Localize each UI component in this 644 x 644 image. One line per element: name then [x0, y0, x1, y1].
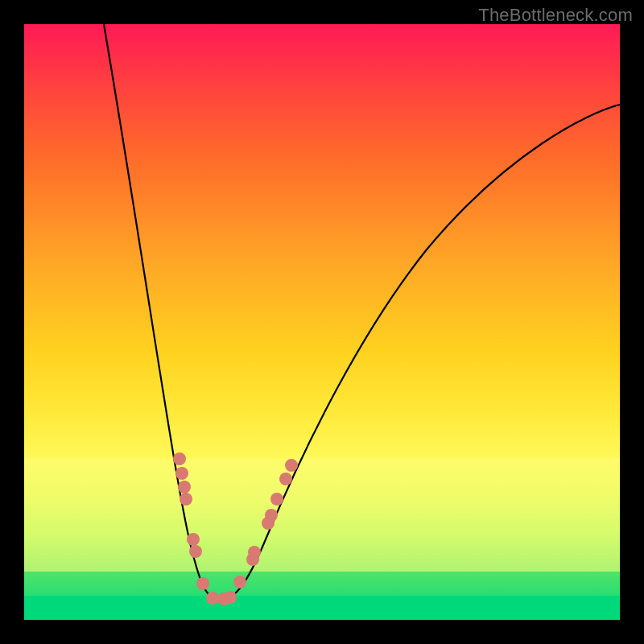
data-marker: [285, 459, 298, 472]
data-marker: [175, 467, 188, 480]
data-marker: [233, 576, 246, 588]
marker-group-left: [173, 452, 230, 605]
curve-layer: [24, 24, 620, 620]
chart-frame: TheBottleneck.com: [0, 0, 644, 644]
data-marker: [173, 452, 186, 465]
data-marker: [187, 533, 200, 546]
data-marker: [196, 577, 209, 590]
bottleneck-curve: [104, 24, 620, 600]
data-marker: [248, 546, 261, 559]
data-marker: [206, 592, 219, 605]
data-marker: [224, 591, 237, 604]
data-marker: [180, 493, 192, 506]
marker-group-right: [224, 459, 298, 604]
watermark-text: TheBottleneck.com: [478, 5, 633, 26]
data-marker: [189, 545, 202, 558]
data-marker: [178, 481, 191, 493]
data-marker: [279, 473, 292, 485]
data-marker: [265, 509, 278, 522]
data-marker: [270, 493, 283, 506]
